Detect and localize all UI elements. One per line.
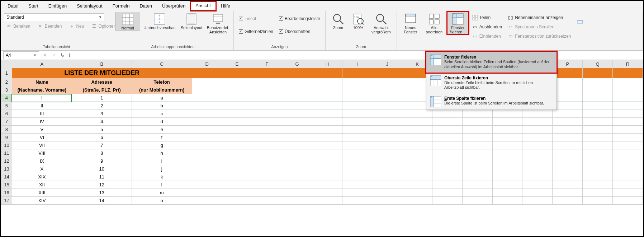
menu-tab-seitenlayout[interactable]: Seitenlayout (72, 2, 108, 10)
cell[interactable] (282, 94, 312, 102)
cell[interactable] (372, 110, 402, 118)
cell[interactable] (462, 181, 492, 189)
cell[interactable] (342, 197, 372, 205)
cell[interactable] (192, 68, 222, 78)
cell[interactable] (462, 149, 492, 157)
cell[interactable] (222, 118, 252, 126)
cell[interactable]: 6 (72, 134, 132, 141)
new-window-button[interactable]: Neues Fenster (400, 12, 421, 34)
cell[interactable]: 3 (72, 110, 132, 118)
cell[interactable] (372, 102, 402, 110)
cell[interactable] (613, 189, 643, 197)
cell[interactable] (492, 197, 522, 205)
cell[interactable]: 2 (72, 102, 132, 110)
cell[interactable] (492, 118, 522, 126)
cell[interactable] (222, 102, 252, 110)
cell[interactable]: l (132, 181, 192, 189)
cell[interactable] (252, 68, 282, 78)
cell[interactable] (522, 165, 553, 173)
sheet-title[interactable]: LISTE DER MITGLIEDER (12, 68, 192, 78)
cell[interactable] (312, 165, 342, 173)
cell[interactable] (282, 126, 312, 134)
cell[interactable] (372, 86, 402, 94)
cell[interactable] (462, 165, 492, 173)
cell[interactable] (342, 102, 372, 110)
row-header[interactable]: 9 (1, 134, 12, 141)
cell[interactable] (192, 165, 222, 173)
cell[interactable] (492, 189, 522, 197)
cell[interactable] (462, 197, 492, 205)
row-header[interactable]: 15 (1, 181, 12, 189)
cell[interactable] (613, 110, 643, 118)
cell[interactable] (192, 110, 222, 118)
menu-tab-einfügen[interactable]: Einfügen (43, 2, 72, 10)
column-subtitle[interactable]: (nur Mobilnummern) (132, 86, 192, 94)
cell[interactable] (312, 141, 342, 149)
cell[interactable] (372, 173, 402, 181)
cell[interactable] (432, 173, 463, 181)
cell[interactable] (342, 110, 372, 118)
cell[interactable]: X (12, 165, 72, 173)
cell[interactable]: c (132, 110, 192, 118)
cell[interactable] (553, 86, 583, 94)
cell[interactable] (312, 102, 342, 110)
col-header[interactable]: F (252, 60, 282, 68)
cell[interactable] (583, 197, 613, 205)
cell[interactable] (522, 149, 553, 157)
cell[interactable]: f (132, 134, 192, 141)
cell[interactable] (613, 197, 643, 205)
cell[interactable] (342, 68, 372, 78)
cell[interactable] (342, 118, 372, 126)
cell[interactable] (192, 78, 222, 86)
cell[interactable] (432, 181, 463, 189)
cell[interactable] (222, 110, 252, 118)
cell[interactable] (492, 141, 522, 149)
cell[interactable] (432, 126, 463, 134)
cell[interactable]: VII (12, 141, 72, 149)
cell[interactable] (372, 68, 402, 78)
cell[interactable] (252, 149, 282, 157)
cell[interactable] (372, 149, 402, 157)
cell[interactable] (553, 141, 583, 149)
cell[interactable] (402, 110, 432, 118)
cell[interactable] (432, 134, 463, 141)
cell[interactable] (192, 157, 222, 165)
cell[interactable] (252, 141, 282, 149)
cell[interactable] (342, 181, 372, 189)
cell[interactable] (282, 110, 312, 118)
column-title[interactable]: Name (12, 78, 72, 86)
cell[interactable] (432, 141, 463, 149)
cell[interactable] (372, 197, 402, 205)
cell[interactable]: 7 (72, 141, 132, 149)
cell[interactable] (553, 102, 583, 110)
cell[interactable] (613, 141, 643, 149)
cell[interactable] (342, 86, 372, 94)
cell[interactable] (553, 110, 583, 118)
select-all[interactable] (1, 60, 12, 68)
cell[interactable] (583, 126, 613, 134)
hide-button[interactable]: ▭Ausblenden (470, 23, 504, 31)
cell[interactable]: XII (12, 181, 72, 189)
cell[interactable]: e (132, 126, 192, 134)
headings-checkbox[interactable]: Überschriften (277, 28, 322, 35)
cell[interactable] (342, 165, 372, 173)
col-header[interactable]: D (192, 60, 222, 68)
col-header[interactable]: J (372, 60, 402, 68)
cell[interactable] (583, 102, 613, 110)
col-header[interactable]: Q (583, 60, 613, 68)
cell[interactable] (583, 68, 613, 78)
cell[interactable] (462, 141, 492, 149)
cell[interactable]: XIX (12, 173, 72, 181)
cell[interactable] (583, 86, 613, 94)
cell[interactable] (402, 126, 432, 134)
cell[interactable] (462, 157, 492, 165)
cell[interactable] (402, 157, 432, 165)
cell[interactable]: V (12, 126, 72, 134)
cell[interactable] (282, 173, 312, 181)
cell[interactable] (613, 173, 643, 181)
cell[interactable] (222, 86, 252, 94)
col-header[interactable]: P (553, 60, 583, 68)
cell[interactable] (342, 173, 372, 181)
cell[interactable] (222, 94, 252, 102)
cell[interactable] (252, 86, 282, 94)
